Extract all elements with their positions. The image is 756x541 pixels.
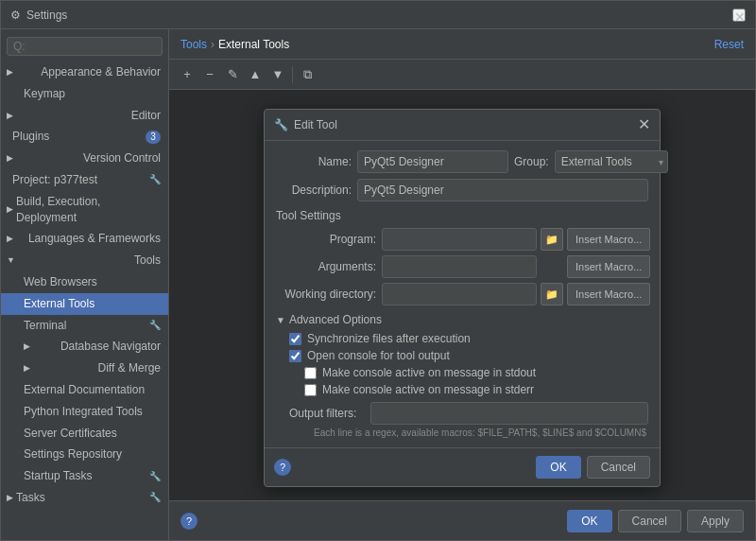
working-dir-label: Working directory: xyxy=(276,288,376,301)
sidebar-item-python-integrated-tools[interactable]: Python Integrated Tools xyxy=(1,401,168,423)
sidebar-item-startup-tasks[interactable]: Startup Tasks 🔧 xyxy=(1,465,168,487)
reset-link[interactable]: Reset xyxy=(714,38,744,51)
up-button[interactable]: ▲ xyxy=(245,64,266,85)
modal-header-left: 🔧 Edit Tool xyxy=(274,118,337,131)
sidebar-item-label: Version Control xyxy=(83,150,161,166)
window-title: Settings xyxy=(26,9,67,22)
cancel-button[interactable]: Cancel xyxy=(618,510,681,532)
apply-button[interactable]: Apply xyxy=(687,510,744,532)
group-label: Group: xyxy=(514,155,549,168)
remove-button[interactable]: − xyxy=(199,64,220,85)
toolbar-separator xyxy=(292,66,293,83)
hint-text: Each line is a regex, available macros: … xyxy=(276,428,648,438)
working-dir-input-group: 📁 Insert Macro... xyxy=(382,283,650,305)
bottom-bar: ? OK Cancel Apply xyxy=(169,500,755,540)
program-input[interactable] xyxy=(382,228,537,251)
modal-header: 🔧 Edit Tool ✕ xyxy=(265,110,660,141)
arguments-input-group: Insert Macro... xyxy=(382,255,650,278)
ok-button[interactable]: OK xyxy=(567,510,611,532)
sidebar-item-languages[interactable]: ▶ Languages & Frameworks xyxy=(1,228,168,250)
breadcrumb-parent[interactable]: Tools xyxy=(180,38,207,51)
sidebar-item-terminal[interactable]: Terminal 🔧 xyxy=(1,315,168,337)
sidebar-item-editor[interactable]: ▶ Editor xyxy=(1,105,168,127)
sidebar-item-server-certificates[interactable]: Server Certificates xyxy=(1,423,168,445)
bottom-bar-left: ? xyxy=(180,513,561,530)
edit-button[interactable]: ✎ xyxy=(222,64,243,85)
panel-body: 🔧 Edit Tool ✕ Name: Group: xyxy=(169,90,755,500)
down-button[interactable]: ▼ xyxy=(267,64,288,85)
active-stderr-label: Make console active on message in stderr xyxy=(322,383,534,396)
sidebar-item-tools[interactable]: ▼ Tools xyxy=(1,250,168,271)
modal-close-button[interactable]: ✕ xyxy=(638,117,650,132)
arrow-icon: ▶ xyxy=(7,233,13,245)
sidebar-item-label: Plugins xyxy=(12,129,49,145)
program-input-group: 📁 Insert Macro... xyxy=(382,228,650,251)
sidebar-item-label: Appearance & Behavior xyxy=(41,64,161,80)
sidebar-item-build[interactable]: ▶ Build, Execution, Deployment xyxy=(1,191,168,229)
description-input[interactable] xyxy=(357,179,648,201)
working-dir-input[interactable] xyxy=(382,283,537,305)
help-icon[interactable]: ? xyxy=(180,513,198,530)
project-icon: 🔧 xyxy=(149,173,161,186)
working-dir-row: Working directory: 📁 Insert Macro... xyxy=(276,283,648,305)
breadcrumb-separator: › xyxy=(211,38,215,51)
modal-footer: ? OK Cancel xyxy=(265,447,660,486)
sidebar-item-label: Tasks xyxy=(16,490,45,506)
arguments-macro-button[interactable]: Insert Macro... xyxy=(567,255,650,278)
program-row: Program: 📁 Insert Macro... xyxy=(276,228,648,251)
sidebar-item-external-tools[interactable]: External Tools xyxy=(1,293,168,315)
sidebar-item-appearance-behavior[interactable]: ▶ Appearance & Behavior xyxy=(1,61,168,83)
program-browse-button[interactable]: 📁 xyxy=(541,228,563,251)
sidebar-item-label: Database Navigator xyxy=(60,339,161,355)
sidebar-item-label: Startup Tasks xyxy=(24,468,92,484)
sidebar-item-version-control[interactable]: ▶ Version Control xyxy=(1,148,168,169)
copy-button[interactable]: ⧉ xyxy=(297,64,318,85)
advanced-header[interactable]: ▼ Advanced Options xyxy=(276,313,648,326)
active-stdout-label: Make console active on message in stdout xyxy=(322,366,536,379)
sidebar-item-diff-merge[interactable]: ▶ Diff & Merge xyxy=(1,358,168,379)
modal-cancel-button[interactable]: Cancel xyxy=(587,456,650,479)
sidebar-item-label: Python Integrated Tools xyxy=(24,404,143,420)
sidebar-item-keymap[interactable]: Keymap xyxy=(1,83,168,105)
sidebar-item-database-navigator[interactable]: ▶ Database Navigator xyxy=(1,336,168,358)
arrow-icon: ▶ xyxy=(7,203,13,216)
modal-help-icon[interactable]: ? xyxy=(274,459,291,476)
sidebar-item-label: Settings Repository xyxy=(24,446,122,462)
window-close-button[interactable]: ✕ xyxy=(732,9,746,22)
sidebar-item-external-documentation[interactable]: External Documentation xyxy=(1,379,168,401)
program-macro-button[interactable]: Insert Macro... xyxy=(567,228,650,251)
sync-files-checkbox[interactable] xyxy=(289,333,301,345)
sidebar-item-settings-repository[interactable]: Settings Repository xyxy=(1,444,168,465)
modal-ok-button[interactable]: OK xyxy=(536,456,580,479)
working-dir-macro-button[interactable]: Insert Macro... xyxy=(567,283,650,305)
open-console-checkbox[interactable] xyxy=(289,350,301,362)
arrow-icon: ▶ xyxy=(7,66,13,79)
startup-icon: 🔧 xyxy=(149,470,161,483)
program-label: Program: xyxy=(276,233,376,246)
sidebar-item-label: Terminal xyxy=(24,318,66,334)
add-button[interactable]: + xyxy=(177,64,198,85)
active-stderr-checkbox[interactable] xyxy=(304,384,317,396)
title-bar: ⚙ Settings ✕ xyxy=(1,1,755,29)
sidebar-item-label: Languages & Frameworks xyxy=(28,231,161,247)
sidebar-item-web-browsers[interactable]: Web Browsers xyxy=(1,271,168,293)
modal-body: Name: Group: External Tools xyxy=(265,141,660,447)
working-dir-browse-button[interactable]: 📁 xyxy=(541,283,563,305)
edit-tool-modal: 🔧 Edit Tool ✕ Name: Group: xyxy=(264,109,661,487)
sidebar-item-label: Diff & Merge xyxy=(98,360,161,376)
group-select[interactable]: External Tools xyxy=(555,150,668,173)
name-input[interactable] xyxy=(357,150,508,173)
settings-window: ⚙ Settings ✕ ▶ Appearance & Behavior Key… xyxy=(0,0,756,541)
output-filters-input[interactable] xyxy=(370,402,648,425)
plugins-badge: 3 xyxy=(146,131,161,144)
tool-icon: 🔧 xyxy=(274,118,288,131)
sidebar-item-tasks[interactable]: ▶ Tasks 🔧 xyxy=(1,487,168,509)
arrow-icon: ▶ xyxy=(24,362,30,375)
breadcrumb-bar: Tools › External Tools Reset xyxy=(169,29,755,60)
output-filters-row: Output filters: xyxy=(276,402,648,425)
arguments-input[interactable] xyxy=(382,255,537,278)
active-stdout-checkbox[interactable] xyxy=(304,367,317,379)
sidebar-search-input[interactable] xyxy=(7,37,163,56)
sidebar-item-plugins[interactable]: Plugins 3 xyxy=(1,126,168,148)
sidebar-item-project[interactable]: Project: p377test 🔧 xyxy=(1,169,168,191)
